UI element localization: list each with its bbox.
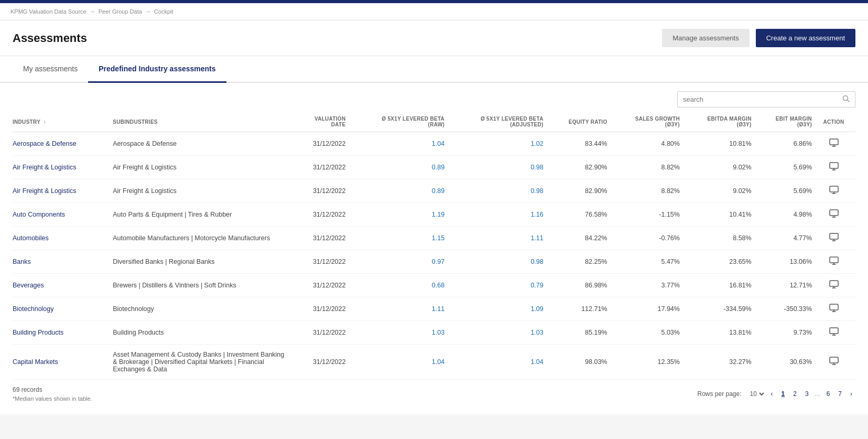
tab-my-assessments[interactable]: My assessments	[13, 56, 88, 83]
cell-industry[interactable]: Biotechnology	[13, 297, 113, 321]
cell-industry[interactable]: Beverages	[13, 274, 113, 297]
manage-assessments-button[interactable]: Manage assessments	[662, 29, 749, 47]
cell-industry[interactable]: Capital Markets	[13, 345, 113, 380]
cell-equity-ratio: 112.71%	[549, 297, 613, 321]
cell-beta-raw: 0.89	[351, 179, 450, 203]
industry-link[interactable]: Banks	[13, 258, 31, 265]
industry-link[interactable]: Automobiles	[13, 234, 49, 242]
industry-link[interactable]: Auto Components	[13, 211, 65, 218]
cell-industry[interactable]: Automobiles	[13, 227, 113, 250]
cell-subindustries: Biotechnology	[113, 297, 296, 321]
action-monitor-icon[interactable]	[829, 187, 839, 196]
svg-rect-5	[830, 163, 838, 168]
col-header-ebit-margin: EBIT MARGIN(Ø3Y)	[757, 112, 817, 132]
table-row: Capital Markets Asset Management & Custo…	[13, 345, 855, 380]
cell-action[interactable]	[817, 321, 855, 345]
main-content: My assessments Predefined Industry asses…	[0, 56, 868, 414]
rows-per-page-select[interactable]: 10 25 50	[748, 390, 766, 398]
cell-action[interactable]	[817, 203, 855, 227]
table-row: Air Freight & Logistics Air Freight & Lo…	[13, 179, 855, 203]
cell-ebit-margin: 30.63%	[757, 345, 817, 380]
cell-action[interactable]	[817, 345, 855, 380]
cell-action[interactable]	[817, 274, 855, 297]
cell-industry[interactable]: Aerospace & Defense	[13, 132, 113, 156]
table-row: Aerospace & Defense Aerospace & Defense …	[13, 132, 855, 156]
industry-link[interactable]: Air Freight & Logistics	[13, 164, 77, 171]
cell-sales-growth: 3.77%	[613, 274, 685, 297]
cell-ebitda-margin: 8.58%	[685, 227, 757, 250]
cell-industry[interactable]: Building Products	[13, 321, 113, 345]
cell-action[interactable]	[817, 179, 855, 203]
cell-beta-adj: 0.98	[450, 250, 549, 274]
industry-link[interactable]: Beverages	[13, 282, 44, 289]
svg-rect-17	[830, 257, 838, 263]
search-input[interactable]	[683, 95, 838, 103]
cell-beta-raw: 1.03	[351, 321, 450, 345]
col-header-equity-ratio: EQUITY RATIO	[549, 112, 613, 132]
action-monitor-icon[interactable]	[829, 281, 839, 290]
cell-industry[interactable]: Banks	[13, 250, 113, 274]
cell-subindustries: Diversified Banks | Regional Banks	[113, 250, 296, 274]
industry-link[interactable]: Building Products	[13, 329, 63, 336]
create-assessment-button[interactable]: Create a new assessment	[756, 29, 855, 47]
cell-beta-adj: 1.02	[450, 132, 549, 156]
page-3-button[interactable]: 3	[802, 389, 812, 399]
table-footer: 69 records *Median values shown in table…	[13, 380, 855, 404]
cell-industry[interactable]: Air Freight & Logistics	[13, 179, 113, 203]
industry-link[interactable]: Aerospace & Defense	[13, 140, 77, 147]
cell-beta-adj: 1.04	[450, 345, 549, 380]
cell-beta-adj: 1.11	[450, 227, 549, 250]
cell-valuation-date: 31/12/2022	[296, 179, 351, 203]
cell-action[interactable]	[817, 297, 855, 321]
cell-action[interactable]	[817, 227, 855, 250]
pagination: Rows per page: 10 25 50 ‹ 1 2 3 ... 6 7 …	[698, 389, 856, 399]
industry-link[interactable]: Capital Markets	[13, 358, 58, 366]
page-6-button[interactable]: 6	[823, 389, 833, 399]
cell-action[interactable]	[817, 132, 855, 156]
tabs-bar: My assessments Predefined Industry asses…	[0, 56, 868, 83]
breadcrumb-kpmg: KPMG Valuation Data Source	[10, 8, 86, 15]
cell-action[interactable]	[817, 156, 855, 179]
cell-ebitda-margin: 32.27%	[685, 345, 757, 380]
next-page-button[interactable]: ›	[847, 389, 855, 399]
prev-page-button[interactable]: ‹	[768, 389, 776, 399]
cell-sales-growth: 5.03%	[613, 321, 685, 345]
cell-ebitda-margin: -334.59%	[685, 297, 757, 321]
action-monitor-icon[interactable]	[829, 305, 839, 314]
page-2-button[interactable]: 2	[790, 389, 800, 399]
cell-industry[interactable]: Air Freight & Logistics	[13, 156, 113, 179]
action-monitor-icon[interactable]	[829, 358, 839, 367]
tab-predefined-assessments[interactable]: Predefined Industry assessments	[88, 56, 226, 83]
action-monitor-icon[interactable]	[829, 140, 839, 148]
search-box[interactable]	[677, 91, 855, 108]
page-7-button[interactable]: 7	[835, 389, 845, 399]
col-header-beta-raw: Ø 5X1Y LEVERED BETA(RAW)	[351, 112, 450, 132]
action-monitor-icon[interactable]	[829, 328, 839, 337]
page-1-button[interactable]: 1	[778, 389, 788, 399]
col-header-action: ACTION	[817, 112, 855, 132]
col-header-sales-growth: SALES GROWTH(Ø3Y)	[613, 112, 685, 132]
cell-beta-raw: 1.04	[351, 345, 450, 380]
cell-subindustries: Automobile Manufacturers | Motorcycle Ma…	[113, 227, 296, 250]
header-actions: Manage assessments Create a new assessme…	[662, 29, 855, 47]
cell-ebitda-margin: 10.41%	[685, 203, 757, 227]
industry-link[interactable]: Air Freight & Logistics	[13, 187, 77, 195]
cell-equity-ratio: 82.25%	[549, 250, 613, 274]
action-monitor-icon[interactable]	[829, 258, 839, 266]
action-monitor-icon[interactable]	[829, 163, 839, 172]
action-monitor-icon[interactable]	[829, 234, 839, 243]
cell-valuation-date: 31/12/2022	[296, 156, 351, 179]
breadcrumb-sep-1: →	[90, 8, 95, 15]
cell-valuation-date: 31/12/2022	[296, 274, 351, 297]
action-monitor-icon[interactable]	[829, 210, 839, 219]
cell-action[interactable]	[817, 250, 855, 274]
cell-ebit-margin: 4.77%	[757, 227, 817, 250]
industry-link[interactable]: Biotechnology	[13, 305, 54, 313]
cell-beta-raw: 0.97	[351, 250, 450, 274]
cell-industry[interactable]: Auto Components	[13, 203, 113, 227]
search-icon	[842, 95, 850, 104]
cell-ebit-margin: 13.06%	[757, 250, 817, 274]
cell-equity-ratio: 86.98%	[549, 274, 613, 297]
search-row	[13, 83, 855, 112]
cell-beta-raw: 0.89	[351, 156, 450, 179]
